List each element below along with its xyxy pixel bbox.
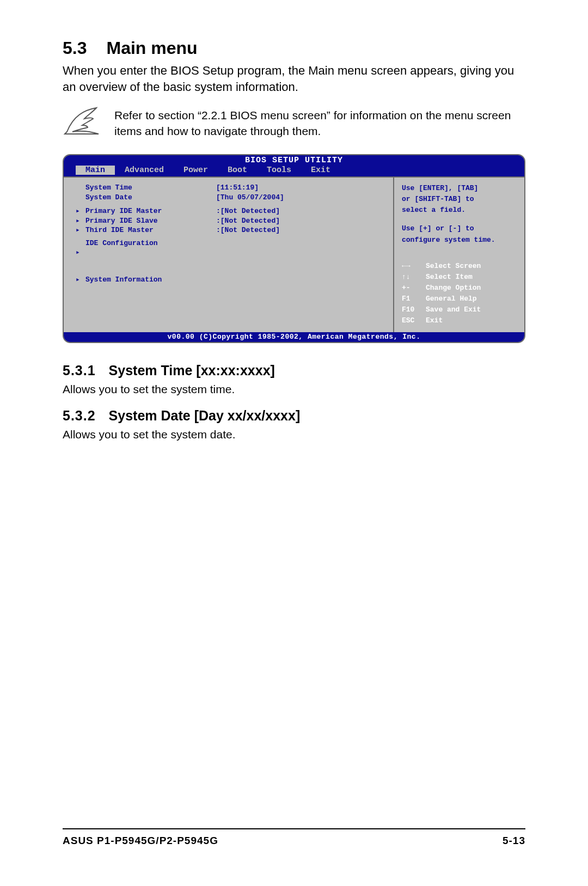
bios-tab-power[interactable]: Power [174, 166, 218, 175]
subsection-title: System Time [xx:xx:xxxx] [109, 363, 275, 378]
nav-key: ←→ [402, 261, 426, 272]
bios-tab-bar: Main Advanced Power Boot Tools Exit [64, 165, 524, 176]
bios-label: System Date [85, 193, 216, 203]
bios-tab-tools[interactable]: Tools [257, 166, 301, 175]
bios-value: [Thu 05/07/2004] [216, 193, 388, 203]
bios-row-system-date[interactable]: System Date [Thu 05/07/2004] [76, 193, 388, 203]
help-line: Use [ENTER], [TAB] [402, 183, 519, 194]
page-footer: ASUS P1-P5945G/P2-P5945G 5-13 [63, 828, 525, 847]
section-heading: 5.3 Main menu [63, 38, 525, 58]
bios-value: :[Not Detected] [216, 225, 388, 235]
bios-value: :[Not Detected] [216, 216, 388, 226]
bios-label: IDE Configuration [85, 239, 216, 248]
section-number: 5.3 [63, 38, 87, 58]
nav-key: ESC [402, 315, 426, 326]
footer-product: ASUS P1-P5945G/P2-P5945G [63, 835, 218, 847]
bios-value: [11:51:19] [216, 183, 388, 193]
nav-key: F10 [402, 304, 426, 315]
blank-arrow [76, 183, 85, 193]
nav-desc: Exit [426, 315, 443, 326]
bios-row-blank-arrow: ▸ [76, 248, 388, 258]
nav-desc: Select Screen [426, 261, 481, 272]
submenu-arrow-icon: ▸ [76, 216, 85, 226]
bios-tab-main[interactable]: Main [76, 166, 115, 175]
bios-tab-boot[interactable]: Boot [218, 166, 257, 175]
subsection-number: 5.3.2 [63, 408, 96, 424]
bios-row-system-time[interactable]: System Time [11:51:19] [76, 183, 388, 193]
bios-help-panel: Use [ENTER], [TAB] or [SHIFT-TAB] to sel… [394, 176, 524, 332]
blank-arrow [76, 239, 85, 248]
subsection-heading: 5.3.2 System Date [Day xx/xx/xxxx] [63, 408, 525, 424]
bios-nav-help: ←→Select Screen ↑↓Select Item +-Change O… [402, 261, 519, 327]
nav-desc: Save and Exit [426, 304, 481, 315]
nav-key: +- [402, 283, 426, 294]
bios-row-third-ide-master[interactable]: ▸ Third IDE Master :[Not Detected] [76, 225, 388, 235]
note-text: Refer to section “2.2.1 BIOS menu screen… [114, 105, 525, 139]
nav-desc: Select Item [426, 272, 473, 283]
bios-value: :[Not Detected] [216, 206, 388, 216]
subsection-desc: Allows you to set the system time. [63, 383, 525, 396]
pencil-note-icon [63, 105, 103, 137]
help-line: configure system time. [402, 235, 519, 246]
submenu-arrow-icon: ▸ [76, 275, 85, 285]
help-line: Use [+] or [-] to [402, 223, 519, 234]
bios-label: System Information [85, 275, 216, 285]
blank-arrow [76, 193, 85, 203]
bios-main-panel: System Time [11:51:19] System Date [Thu … [64, 176, 394, 332]
bios-copyright: v00.00 (C)Copyright 1985-2002, American … [64, 332, 524, 342]
bios-tab-exit[interactable]: Exit [301, 166, 340, 175]
bios-title: BIOS SETUP UTILITY [64, 155, 524, 165]
subsection-title: System Date [Day xx/xx/xxxx] [109, 408, 301, 424]
note-callout: Refer to section “2.2.1 BIOS menu screen… [63, 105, 525, 139]
bios-label: Primary IDE Master [85, 206, 216, 216]
nav-key: ↑↓ [402, 272, 426, 283]
nav-desc: Change Option [426, 283, 481, 294]
bios-label: System Time [85, 183, 216, 193]
help-line: select a field. [402, 205, 519, 216]
bios-row-system-information[interactable]: ▸ System Information [76, 275, 388, 285]
submenu-arrow-icon: ▸ [76, 225, 85, 235]
section-title: Main menu [106, 38, 197, 58]
help-line: or [SHIFT-TAB] to [402, 194, 519, 205]
submenu-arrow-icon: ▸ [76, 248, 85, 258]
subsection-heading: 5.3.1 System Time [xx:xx:xxxx] [63, 363, 525, 378]
nav-desc: General Help [426, 294, 477, 304]
subsection-number: 5.3.1 [63, 363, 96, 378]
bios-row-primary-ide-slave[interactable]: ▸ Primary IDE Slave :[Not Detected] [76, 216, 388, 226]
bios-label: Primary IDE Slave [85, 216, 216, 226]
nav-key: F1 [402, 294, 426, 304]
bios-tab-advanced[interactable]: Advanced [115, 166, 174, 175]
bios-screenshot: BIOS SETUP UTILITY Main Advanced Power B… [63, 154, 525, 343]
bios-row-primary-ide-master[interactable]: ▸ Primary IDE Master :[Not Detected] [76, 206, 388, 216]
section-intro: When you enter the BIOS Setup program, t… [63, 63, 525, 95]
bios-label: Third IDE Master [85, 225, 216, 235]
footer-page-number: 5-13 [503, 835, 525, 847]
submenu-arrow-icon: ▸ [76, 206, 85, 216]
bios-row-ide-configuration[interactable]: IDE Configuration [76, 239, 388, 248]
subsection-desc: Allows you to set the system date. [63, 428, 525, 441]
